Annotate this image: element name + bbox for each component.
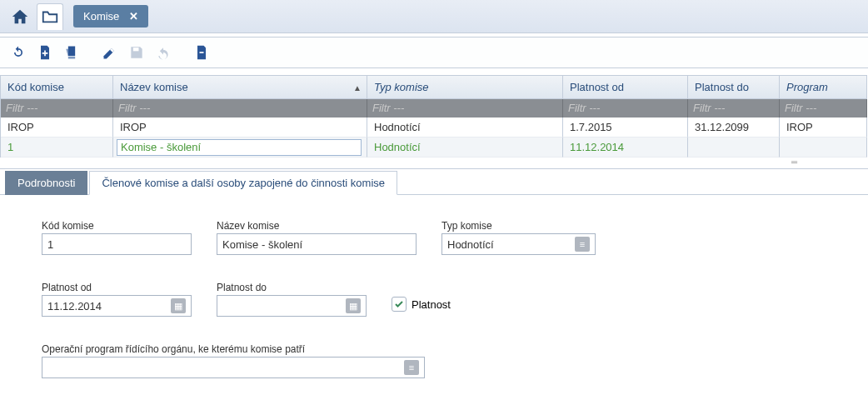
col-program[interactable]: Program [780,75,867,99]
toolbar [0,37,868,68]
cell-kod: 1 [1,138,113,158]
table-row[interactable]: 1 Komise - školení Hodnotící 11.12.2014 [0,138,868,158]
check-icon [392,297,407,312]
field-platnost-od: Platnost od 11.12.2014 ▦ [42,282,192,317]
list-icon[interactable]: ≡ [404,360,419,375]
label-do: Platnost do [217,282,367,293]
field-kod-komise: Kód komise 1 [42,220,192,255]
cell-od: 1.7.2015 [563,118,688,138]
label-op: Operační program řídícího orgánu, ke kte… [42,343,425,355]
label-typ: Typ komise [441,220,596,232]
cell-do: 31.12.2099 [688,118,780,138]
cell-nazev[interactable]: Komise - školení [113,138,367,158]
input-kod[interactable]: 1 [42,233,192,255]
window-tab-bar: Komise ✕ [0,0,868,33]
calendar-icon[interactable]: ▦ [171,298,186,313]
cell-od: 11.12.2014 [563,138,688,158]
col-od[interactable]: Platnost od [563,75,688,99]
col-typ[interactable]: Typ komise [367,75,563,99]
filter-kod[interactable]: Filtr --- [1,99,113,118]
field-nazev-komise: Název komise Komise - školení [217,220,417,255]
filter-od[interactable]: Filtr --- [563,99,688,118]
copy-icon[interactable] [60,41,83,64]
filter-program[interactable]: Filtr --- [780,99,867,118]
table-row[interactable]: IROP IROP Hodnotící 1.7.2015 31.12.2099 … [0,118,868,138]
checkbox-platnost[interactable]: Platnost [392,297,451,312]
cell-do [688,138,780,158]
select-typ[interactable]: Hodnotící ≡ [441,233,596,255]
calendar-icon[interactable]: ▦ [346,298,361,313]
tab-komise[interactable]: Komise ✕ [73,5,148,28]
svg-rect-0 [133,48,139,51]
tab-podrobnosti[interactable]: Podrobnosti [5,171,87,195]
refresh-icon[interactable] [7,41,30,64]
cell-typ: Hodnotící [367,138,563,158]
label-kod: Kód komise [42,220,192,232]
label-od: Platnost od [42,282,192,293]
col-kod[interactable]: Kód komise [1,75,113,99]
filter-typ[interactable]: Filtr --- [367,99,563,118]
cell-typ: Hodnotící [367,118,563,138]
svg-rect-1 [200,52,204,53]
filter-nazev[interactable]: Filtr --- [113,99,367,118]
detail-form: Kód komise 1 Název komise Komise - škole… [0,195,868,413]
col-nazev[interactable]: Název komise▲ [113,75,367,99]
close-icon[interactable]: ✕ [129,10,138,22]
tab-label: Komise [83,10,119,22]
resize-handle[interactable]: ═ [0,158,868,169]
save-icon [125,41,148,64]
cell-program: IROP [780,118,867,138]
field-op: Operační program řídícího orgánu, ke kte… [42,343,425,378]
list-icon[interactable]: ≡ [575,237,590,252]
cell-kod: IROP [1,118,113,138]
detail-tabs: Podrobnosti Členové komise a další osoby… [0,170,868,195]
field-typ-komise: Typ komise Hodnotící ≡ [441,220,596,255]
new-icon[interactable] [33,41,57,64]
input-nazev[interactable]: Komise - školení [217,233,417,255]
home-icon[interactable] [7,3,33,30]
edit-icon[interactable] [98,41,122,64]
grid-filter-row: Filtr --- Filtr --- Filtr --- Filtr --- … [0,99,868,118]
cell-nazev: IROP [113,118,367,138]
date-od[interactable]: 11.12.2014 ▦ [42,295,192,317]
cell-program [780,138,867,158]
label-nazev: Název komise [217,220,417,232]
filter-do[interactable]: Filtr --- [688,99,780,118]
select-op[interactable]: ≡ [42,357,425,378]
grid-header: Kód komise Název komise▲ Typ komise Plat… [0,75,868,99]
field-platnost-do: Platnost do ▦ [217,282,367,317]
delete-icon[interactable] [190,41,213,64]
date-do[interactable]: ▦ [217,295,367,317]
tab-clenove[interactable]: Členové komise a další osoby zapojené do… [89,171,397,195]
checkbox-label: Platnost [412,298,451,311]
col-do[interactable]: Platnost do [688,75,780,99]
undo-icon [152,41,175,64]
folder-icon[interactable] [37,3,63,30]
sort-asc-icon: ▲ [353,82,362,92]
